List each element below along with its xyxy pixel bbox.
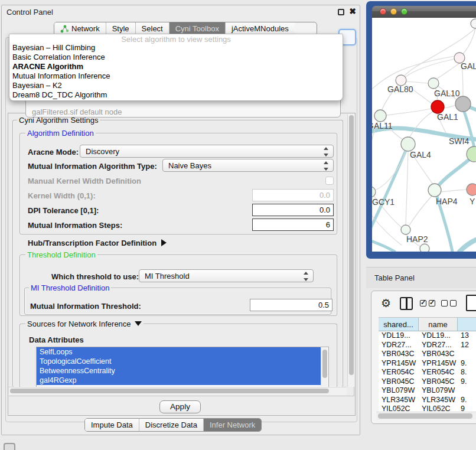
table-row[interactable]: YBL079WYBL079W: [379, 386, 476, 396]
menu-item[interactable]: Bayesian – K2: [9, 81, 343, 90]
tab-infer-network[interactable]: Infer Network: [203, 419, 261, 431]
table-cell[interactable]: 12: [458, 341, 476, 350]
table-cell[interactable]: YER054C: [419, 368, 458, 377]
table-cell[interactable]: YER054C: [379, 368, 419, 377]
table-row[interactable]: YER054CYER054C8.: [379, 368, 476, 377]
table-cell[interactable]: YPR145W: [419, 359, 458, 369]
network-node-gal4[interactable]: [401, 137, 415, 151]
hub-definition-toggle[interactable]: Hub/Transcription Factor Definition: [28, 239, 167, 247]
network-edge[interactable]: [444, 105, 456, 108]
menu-item[interactable]: Mutual Information Inference: [9, 71, 343, 81]
table-cell[interactable]: [458, 386, 476, 396]
mi-steps-field[interactable]: 6: [252, 219, 334, 231]
table-row[interactable]: YDL19...YDL19...13: [379, 331, 476, 341]
table-cell[interactable]: YDR27...: [379, 341, 419, 350]
network-node-node-bottom[interactable]: [420, 244, 429, 252]
table-cell[interactable]: 13: [458, 331, 476, 341]
table-cell[interactable]: YBR045C: [419, 377, 458, 387]
list-scrollbar[interactable]: [321, 348, 328, 386]
table-cell[interactable]: YDL19...: [419, 331, 458, 341]
aracne-mode-combo[interactable]: Discovery: [80, 145, 334, 158]
network-edge-highlighted[interactable]: [435, 155, 474, 190]
table-cell[interactable]: YDR27...: [419, 341, 458, 350]
float-window-icon[interactable]: [338, 9, 344, 15]
menu-item[interactable]: ARACNE Algorithm: [9, 62, 343, 71]
menu-item[interactable]: Bayesian – Hill Climbing: [9, 43, 343, 53]
network-node-hap4[interactable]: [428, 184, 441, 197]
table-cell[interactable]: YBR043C: [379, 350, 419, 359]
column-header[interactable]: A: [458, 317, 476, 331]
table-cell[interactable]: YDL19...: [379, 331, 419, 341]
attribute-item[interactable]: BetweennessCentrality: [37, 366, 321, 376]
table-cell[interactable]: 9.: [458, 377, 476, 387]
table-row[interactable]: YBR045CYBR045C9.: [379, 377, 476, 387]
network-node-gal10[interactable]: [428, 78, 439, 89]
deselect-all-icon[interactable]: [441, 300, 457, 306]
apply-button[interactable]: Apply: [159, 400, 201, 413]
select-all-icon[interactable]: [420, 300, 435, 306]
group-title-sources[interactable]: Sources for Network Inference: [25, 319, 144, 328]
tab-cyni-toolbox[interactable]: Cyni Toolbox: [169, 22, 225, 35]
network-node-hap2[interactable]: [401, 225, 410, 234]
close-traffic-light[interactable]: [380, 8, 386, 15]
table-cell[interactable]: 8.: [458, 368, 476, 377]
column-header[interactable]: name: [419, 317, 458, 331]
tab-select[interactable]: Select: [135, 22, 169, 35]
minimize-traffic-light[interactable]: [390, 8, 397, 15]
table-cell[interactable]: YLR345W: [379, 396, 419, 405]
table-cell[interactable]: YLR345W: [419, 396, 458, 405]
attribute-item[interactable]: gal4RGexp: [37, 376, 321, 385]
network-edge-highlighted[interactable]: [459, 240, 476, 252]
which-threshold-combo[interactable]: MI Threshold: [139, 269, 314, 282]
minimized-panel-chip[interactable]: [4, 443, 15, 450]
network-edge[interactable]: [462, 28, 475, 54]
table-row[interactable]: YLR345WYLR345W9.: [379, 396, 476, 405]
table-horizontal-scrollbar[interactable]: [376, 412, 476, 420]
network-node-node-top[interactable]: [471, 19, 476, 28]
columns-icon[interactable]: [400, 297, 413, 310]
dpi-tolerance-field[interactable]: 0.0: [252, 204, 334, 216]
table-cell[interactable]: YBR045C: [379, 377, 419, 387]
network-node-gcy1[interactable]: [372, 187, 376, 197]
table-row[interactable]: YBR043CYBR043C: [379, 350, 476, 359]
network-edge[interactable]: [441, 190, 467, 192]
table-cell[interactable]: 9.: [458, 359, 476, 369]
tab-impute-data[interactable]: Impute Data: [85, 419, 139, 431]
network-canvas[interactable]: GALGAL80GAL10GAL1GAL11SWI4GAL4HAP4YGCY1H…: [372, 18, 476, 252]
tab-style[interactable]: Style: [106, 22, 135, 35]
mi-threshold-field[interactable]: 0.5: [250, 299, 332, 311]
table-cell[interactable]: YPR145W: [379, 359, 419, 369]
table-cell[interactable]: YBL079W: [379, 386, 419, 396]
table-cell[interactable]: YBR043C: [419, 350, 458, 359]
network-edge[interactable]: [406, 81, 428, 83]
settings-horizontal-scrollbar[interactable]: [9, 387, 347, 395]
column-header[interactable]: shared...: [379, 317, 419, 331]
tab-network[interactable]: Network: [54, 22, 106, 35]
table-cell[interactable]: YBL079W: [419, 386, 458, 396]
table-row[interactable]: YPR145WYPR145W9.: [379, 359, 476, 369]
network-edge[interactable]: [386, 109, 431, 115]
network-edge[interactable]: [437, 63, 459, 79]
menu-item[interactable]: Basic Correlation Inference: [9, 53, 343, 62]
tab-jactivemnodules[interactable]: jActiveMNodules: [225, 22, 295, 35]
menu-item[interactable]: Dream8 DC_TDC Algorithm: [9, 90, 343, 100]
attribute-item[interactable]: TopologicalCoefficient: [37, 357, 321, 366]
attribute-item[interactable]: SelfLoops: [37, 347, 321, 357]
network-node-gal1[interactable]: [431, 100, 444, 113]
gear-icon[interactable]: ⚙: [381, 296, 391, 310]
network-edge[interactable]: [406, 59, 455, 77]
settings-vertical-scrollbar[interactable]: [347, 114, 354, 387]
network-node-gal11[interactable]: [374, 110, 386, 122]
network-edge-highlighted[interactable]: [372, 239, 395, 252]
network-window-titlebar[interactable]: [372, 6, 476, 18]
mi-type-combo[interactable]: Naive Bayes: [162, 159, 334, 172]
network-edge[interactable]: [406, 151, 408, 225]
new-table-icon[interactable]: [466, 295, 476, 311]
table-cell[interactable]: [458, 350, 476, 359]
network-node-gray-node[interactable]: [455, 96, 471, 112]
tab-discretize-data[interactable]: Discretize Data: [139, 419, 203, 431]
zoom-traffic-light[interactable]: [401, 8, 407, 15]
table-row[interactable]: YDR27...YDR27...12: [379, 341, 476, 350]
table-cell[interactable]: 9.: [458, 396, 476, 405]
network-node-salmon-node[interactable]: [467, 184, 476, 195]
